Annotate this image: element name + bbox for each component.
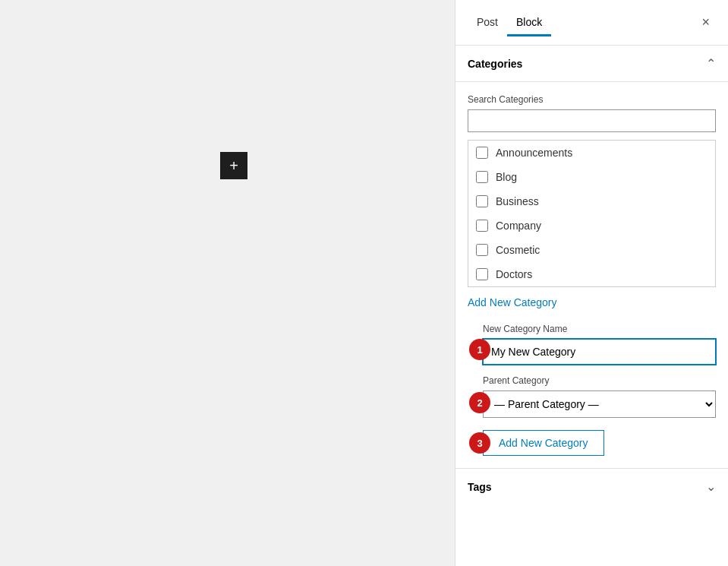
list-item: Blog	[468, 165, 715, 189]
step-2-row: 2 Parent Category — Parent Category —	[483, 375, 716, 430]
cosmetic-label[interactable]: Cosmetic	[496, 244, 540, 256]
chevron-down-icon: ⌄	[706, 479, 716, 494]
tab-post[interactable]: Post	[468, 10, 507, 36]
blog-checkbox[interactable]	[476, 171, 488, 183]
search-categories-input[interactable]	[468, 109, 716, 132]
categories-section-body: Search Categories Announcements Blog Bus…	[455, 82, 728, 468]
company-checkbox[interactable]	[476, 220, 488, 232]
chevron-up-icon: ⌃	[706, 56, 716, 71]
new-category-form: 1 New Category Name 2 Parent Category — …	[468, 324, 716, 456]
sidebar-tabs: Post Block ×	[455, 0, 728, 46]
announcements-label[interactable]: Announcements	[496, 147, 572, 159]
step-3-badge: 3	[469, 432, 490, 454]
step-3-row: 3 Add New Category	[483, 430, 716, 456]
doctors-checkbox[interactable]	[476, 268, 488, 280]
sidebar-content: Categories ⌃ Search Categories Announcem…	[455, 46, 728, 566]
add-block-button[interactable]: +	[220, 152, 247, 179]
list-item: Cosmetic	[468, 238, 715, 262]
blog-label[interactable]: Blog	[496, 171, 517, 183]
tags-title: Tags	[468, 481, 492, 493]
list-item: Doctors	[468, 262, 715, 286]
categories-list: Announcements Blog Business Company Cosm…	[468, 140, 716, 287]
add-new-category-link[interactable]: Add New Category	[468, 296, 557, 308]
list-item: Announcements	[468, 141, 715, 165]
step-1-badge: 1	[469, 339, 490, 360]
categories-title: Categories	[468, 58, 522, 70]
list-item: Business	[468, 189, 715, 213]
new-category-name-input[interactable]	[483, 339, 716, 365]
doctors-label[interactable]: Doctors	[496, 268, 532, 280]
plus-icon: +	[229, 157, 238, 175]
announcements-checkbox[interactable]	[476, 147, 488, 159]
business-label[interactable]: Business	[496, 195, 539, 207]
parent-category-label: Parent Category	[483, 375, 716, 386]
editor-canvas: +	[0, 0, 455, 566]
categories-section-header[interactable]: Categories ⌃	[455, 46, 728, 82]
cosmetic-checkbox[interactable]	[476, 244, 488, 256]
close-sidebar-button[interactable]: ×	[695, 11, 716, 33]
search-categories-label: Search Categories	[468, 94, 716, 105]
step-1-row: 1 New Category Name	[483, 324, 716, 375]
company-label[interactable]: Company	[496, 220, 541, 232]
add-new-category-button[interactable]: Add New Category	[483, 430, 604, 456]
tags-section-header[interactable]: Tags ⌄	[455, 468, 728, 504]
list-item: Company	[468, 213, 715, 238]
tab-block[interactable]: Block	[507, 10, 551, 36]
business-checkbox[interactable]	[476, 195, 488, 207]
parent-category-select[interactable]: — Parent Category —	[483, 391, 716, 418]
step-2-badge: 2	[469, 392, 490, 413]
new-category-name-label: New Category Name	[483, 324, 716, 334]
sidebar-panel: Post Block × Categories ⌃ Search Categor…	[455, 0, 728, 566]
